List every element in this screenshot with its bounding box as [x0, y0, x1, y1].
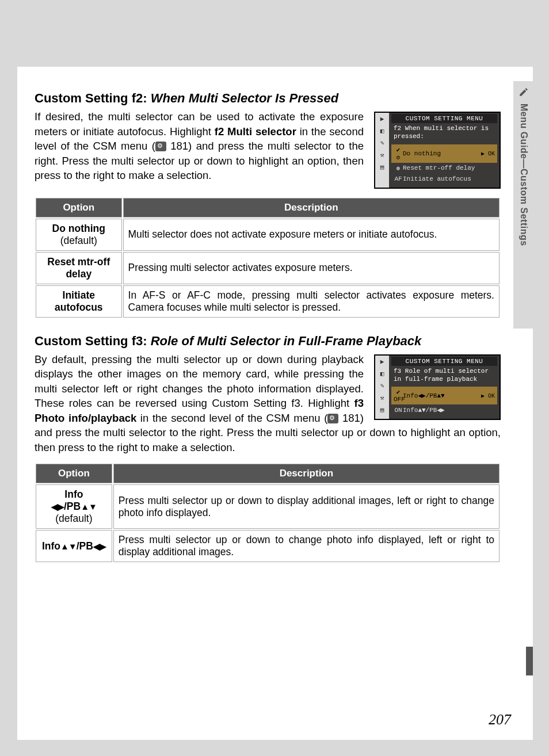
screen-f2-row-do-nothing: ✔ ⊘Do nothing▶ OK [391, 144, 497, 163]
table-row: Option Description [36, 198, 500, 217]
desc-reset-mtr: Pressing multi selector activates exposu… [123, 252, 500, 284]
camera-icon: ◧ [380, 127, 384, 135]
tool-icon: ⚒ [380, 151, 384, 159]
table-row: Info ◀▶/PB▲▼ (default) Press multi selec… [36, 484, 500, 529]
opt-initiate-af: Initiate autofocus [36, 285, 122, 318]
table-f3: Option Description Info ◀▶/PB▲▼ (default… [35, 463, 501, 563]
heading-f2-prefix: Custom Setting f2: [35, 91, 151, 105]
table-header-option: Option [36, 198, 122, 217]
screen-f3-subtitle: f3 Role of multi selector in full-frame … [391, 366, 497, 387]
play-icon: ▶ [380, 115, 384, 123]
side-tab: Menu Guide—Custom Settings [513, 81, 533, 329]
desc-initiate-af: In AF-S or AF-C mode, pressing multi sel… [123, 285, 500, 318]
screen-f2: ▶ ◧ ✎ ⚒ ▤ CUSTOM SETTING MENU f2 When mu… [374, 112, 501, 189]
table-row: Option Description [36, 464, 500, 483]
desc-info-lr-pb-ud: Press multi selector up or down to displ… [113, 484, 500, 529]
table-row: Info▲▼/PB◀▶ Press multi selector up or d… [36, 530, 500, 562]
pencil-icon: ✎ [380, 139, 384, 147]
pencil-icon [518, 87, 529, 97]
opt-do-nothing: Do nothing (default) [36, 219, 122, 251]
table-row: Initiate autofocus In AF-S or AF-C mode,… [36, 285, 500, 318]
screen-f3: ▶ ◧ ✎ ⚒ ▤ CUSTOM SETTING MENU f3 Role of… [374, 354, 501, 421]
table-header-option: Option [36, 464, 112, 483]
top-grey-bar [17, 21, 533, 67]
table-row: Do nothing (default) Multi selector does… [36, 219, 500, 251]
opt-reset-mtr: Reset mtr-off delay [36, 252, 122, 284]
heading-f3-title: Role of Multi Selector in Full-Frame Pla… [151, 334, 422, 348]
screen-f2-subtitle: f2 When multi selector is pressed: [391, 123, 497, 144]
table-f2: Option Description Do nothing (default) … [35, 197, 501, 319]
heading-f2-title: When Multi Selector Is Pressed [151, 91, 338, 105]
pencil-icon: ✎ [380, 382, 384, 390]
card-icon: ▤ [380, 406, 384, 414]
heading-f3: Custom Setting f3: Role of Multi Selecto… [35, 334, 501, 349]
camera-icon: ◧ [380, 370, 384, 377]
content-area: Custom Setting f2: When Multi Selector I… [35, 91, 501, 563]
screen-f2-title: CUSTOM SETTING MENU [391, 114, 497, 123]
opt-info-lr-pb-ud: Info ◀▶/PB▲▼ (default) [36, 484, 112, 529]
table-header-description: Description [123, 198, 500, 217]
screen-f3-row-off: ✔ OFFInfo◀▶/PB▲▼▶ OK [391, 387, 497, 404]
side-tab-text: Menu Guide—Custom Settings [519, 104, 529, 246]
menu-ref-icon [155, 142, 166, 151]
card-icon: ▤ [380, 163, 384, 171]
tool-icon: ⚒ [380, 394, 384, 402]
page-number: 207 [489, 711, 511, 728]
menu-ref-icon [327, 414, 338, 423]
screen-f3-title: CUSTOM SETTING MENU [391, 357, 497, 366]
page: Menu Guide—Custom Settings Custom Settin… [17, 21, 533, 740]
table-row: Reset mtr-off delay Pressing multi selec… [36, 252, 500, 284]
desc-do-nothing: Multi selector does not activate exposur… [123, 219, 500, 251]
side-dark-marker [526, 647, 533, 675]
screen-f2-row-reset: ⊛Reset mtr-off delay [391, 163, 497, 174]
screen-f3-row-on: ONInfo▲▼/PB◀▶ [391, 404, 497, 415]
screen-f2-row-af: AFInitiate autofocus [391, 174, 497, 184]
play-icon: ▶ [380, 358, 384, 365]
heading-f3-prefix: Custom Setting f3: [35, 334, 151, 348]
desc-info-ud-pb-lr: Press multi selector up or down to chang… [113, 530, 500, 562]
screen-f3-sidebar-icons: ▶ ◧ ✎ ⚒ ▤ [375, 356, 389, 419]
side-tab-label: Menu Guide—Custom Settings [518, 87, 529, 246]
table-header-description: Description [113, 464, 500, 483]
opt-info-ud-pb-lr: Info▲▼/PB◀▶ [36, 530, 112, 562]
screen-f2-sidebar-icons: ▶ ◧ ✎ ⚒ ▤ [375, 113, 389, 188]
heading-f2: Custom Setting f2: When Multi Selector I… [35, 91, 501, 106]
